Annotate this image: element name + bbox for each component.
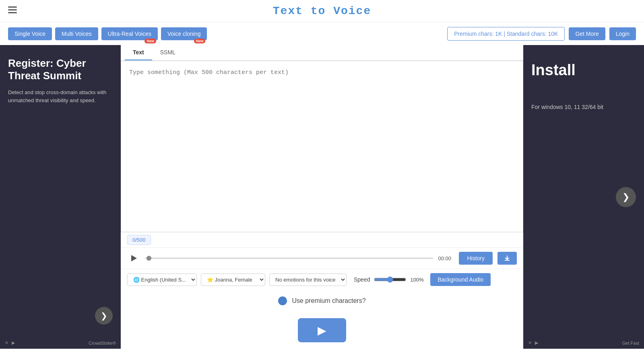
voice-select[interactable]: ⭐ Joanna, Female: [201, 274, 265, 286]
center-content: Text SSML 0/500 00:00 History: [121, 45, 523, 349]
speed-label: Speed: [354, 276, 370, 283]
ad-brand-left: CrowdStrike®: [89, 341, 116, 346]
voice-cloning-button[interactable]: Voice cloning New: [161, 27, 207, 40]
background-audio-button[interactable]: Background Audio: [430, 273, 491, 286]
text-input[interactable]: [121, 61, 523, 230]
ad-arrow-right[interactable]: ❯: [616, 187, 636, 207]
speed-slider[interactable]: [374, 276, 406, 283]
download-button[interactable]: [497, 252, 517, 265]
progress-thumb: [147, 256, 151, 261]
speed-slider-container: [374, 276, 406, 283]
navbar-right: Premium chars: 1K | Standard chars: 10K …: [447, 27, 636, 41]
svg-rect-4: [505, 260, 510, 261]
menu-icon[interactable]: [8, 6, 17, 16]
tab-ssml[interactable]: SSML: [152, 45, 184, 60]
ad-footer-right: ✕ ▶ Get Fast: [523, 340, 644, 346]
login-button[interactable]: Login: [609, 27, 636, 40]
ad-title-left: Register: Cyber Threat Summit: [8, 57, 113, 82]
main-layout: Register: Cyber Threat Summit Detect and…: [0, 45, 644, 349]
ad-brand-right: Get Fast: [622, 341, 639, 346]
header: Text to Voice: [0, 0, 644, 23]
svg-marker-3: [131, 255, 137, 261]
ad-desc-left: Detect and stop cross-domain attacks wit…: [8, 88, 113, 104]
svg-rect-0: [8, 6, 17, 8]
history-button[interactable]: History: [459, 252, 493, 265]
ad-title-right: Install: [531, 61, 636, 80]
svg-rect-2: [8, 12, 17, 13]
ad-info-icon-right[interactable]: ▶: [535, 340, 538, 346]
voice-cloning-badge: New: [194, 39, 206, 43]
play-button-small[interactable]: [127, 252, 140, 265]
controls-row: 🌐 English (United S... ⭐ Joanna, Female …: [121, 269, 523, 290]
tabs: Text SSML: [121, 45, 523, 61]
progress-bar[interactable]: [145, 257, 433, 259]
ultra-real-button[interactable]: Ultra-Real Voices New: [101, 27, 158, 40]
multi-voices-button[interactable]: Multi Voices: [55, 27, 98, 40]
ad-content-right: Install For windows 10, 11 32/64 bit: [523, 45, 644, 122]
premium-toggle[interactable]: [278, 296, 287, 305]
ad-close-icons: ✕ ▶: [5, 340, 15, 346]
speed-value: 100%: [410, 277, 426, 283]
svg-rect-1: [8, 9, 17, 10]
emotion-select[interactable]: No emotions for this voice: [269, 274, 347, 286]
player-row: 00:00 History: [121, 247, 523, 269]
language-select[interactable]: 🌐 English (United S...: [127, 274, 197, 286]
ad-panel-left: Register: Cyber Threat Summit Detect and…: [0, 45, 121, 349]
ad-arrow-left[interactable]: ❯: [95, 307, 113, 325]
ad-close-icon-right[interactable]: ✕: [528, 340, 532, 346]
ad-close-icon[interactable]: ✕: [5, 340, 8, 346]
ad-panel-right: Install For windows 10, 11 32/64 bit ❯ ✕…: [523, 45, 644, 349]
single-voice-button[interactable]: Single Voice: [8, 27, 52, 40]
char-count-row: 0/500: [121, 232, 523, 247]
ad-content-left: Register: Cyber Threat Summit Detect and…: [0, 45, 121, 116]
ad-footer-left: ✕ ▶ CrowdStrike®: [0, 340, 121, 346]
page-title: Text to Voice: [273, 5, 371, 17]
big-play-row: ▶: [121, 312, 523, 349]
premium-row: Use premium characters?: [121, 290, 523, 312]
big-play-button[interactable]: ▶: [298, 318, 346, 342]
time-display: 00:00: [438, 255, 454, 261]
ad-win-info: For windows 10, 11 32/64 bit: [531, 104, 636, 110]
get-more-button[interactable]: Get More: [569, 27, 605, 40]
ultra-real-badge: New: [144, 39, 156, 43]
premium-label: Use premium characters?: [292, 297, 365, 304]
ad-info-icon[interactable]: ▶: [12, 340, 15, 346]
tab-text[interactable]: Text: [125, 45, 152, 60]
char-count: 0/500: [127, 235, 151, 245]
ad-close-icons-right: ✕ ▶: [528, 340, 538, 346]
text-area-container: [121, 61, 523, 232]
chars-info: Premium chars: 1K | Standard chars: 10K: [447, 27, 565, 41]
navbar: Single Voice Multi Voices Ultra-Real Voi…: [0, 23, 644, 45]
